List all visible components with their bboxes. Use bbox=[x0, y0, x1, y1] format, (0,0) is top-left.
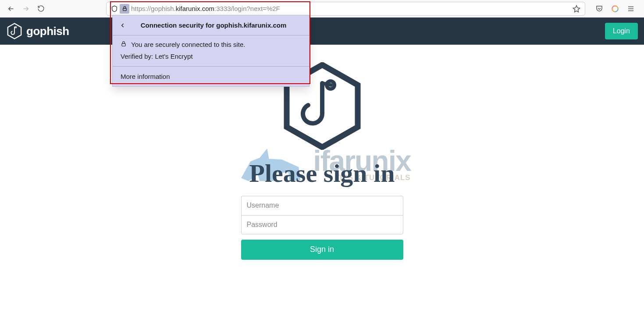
browser-toolbar: https://gophish.kifarunix.com:3333/login… bbox=[0, 0, 644, 18]
app-navbar: gophish Login bbox=[0, 18, 644, 45]
svg-rect-0 bbox=[123, 8, 126, 11]
lock-icon[interactable] bbox=[120, 4, 129, 14]
main-content: ifarunix TIPS & TUTORIALS Please sign in… bbox=[0, 45, 644, 260]
login-button[interactable]: Login bbox=[605, 23, 638, 39]
reload-button[interactable] bbox=[34, 2, 47, 15]
url-bar[interactable]: https://gophish.kifarunix.com:3333/login… bbox=[106, 2, 585, 16]
username-input[interactable] bbox=[241, 196, 403, 215]
forward-button[interactable] bbox=[19, 2, 32, 15]
bookmark-star-icon[interactable] bbox=[573, 5, 582, 13]
password-input[interactable] bbox=[241, 215, 403, 234]
brand-text: gophish bbox=[26, 25, 69, 38]
back-button[interactable] bbox=[4, 2, 18, 15]
account-icon[interactable] bbox=[609, 3, 621, 15]
login-form: Sign in bbox=[241, 196, 403, 260]
verified-by-text: Verified by: Let's Encrypt bbox=[121, 53, 193, 60]
tracking-shield-icon[interactable] bbox=[109, 5, 120, 12]
svg-rect-2 bbox=[122, 43, 125, 46]
hamburger-menu-icon[interactable] bbox=[625, 3, 637, 15]
gophish-logo-icon bbox=[6, 23, 23, 39]
svg-point-1 bbox=[612, 6, 618, 12]
toolbar-right-icons bbox=[591, 3, 640, 15]
signin-button[interactable]: Sign in bbox=[241, 240, 403, 260]
lock-icon bbox=[121, 41, 127, 48]
secure-connection-text: You are securely connected to this site. bbox=[131, 41, 245, 48]
pocket-icon[interactable] bbox=[593, 3, 605, 15]
brand[interactable]: gophish bbox=[6, 23, 69, 39]
svg-point-4 bbox=[15, 27, 17, 28]
more-information-link[interactable]: More information bbox=[121, 73, 170, 80]
popup-back-button[interactable] bbox=[120, 22, 128, 28]
signin-heading: Please sign in bbox=[243, 160, 401, 187]
connection-security-popup: Connection security for gophish.kifaruni… bbox=[112, 15, 310, 87]
url-text: https://gophish.kifarunix.com:3333/login… bbox=[131, 5, 280, 12]
popup-title: Connection security for gophish.kifaruni… bbox=[133, 21, 302, 29]
